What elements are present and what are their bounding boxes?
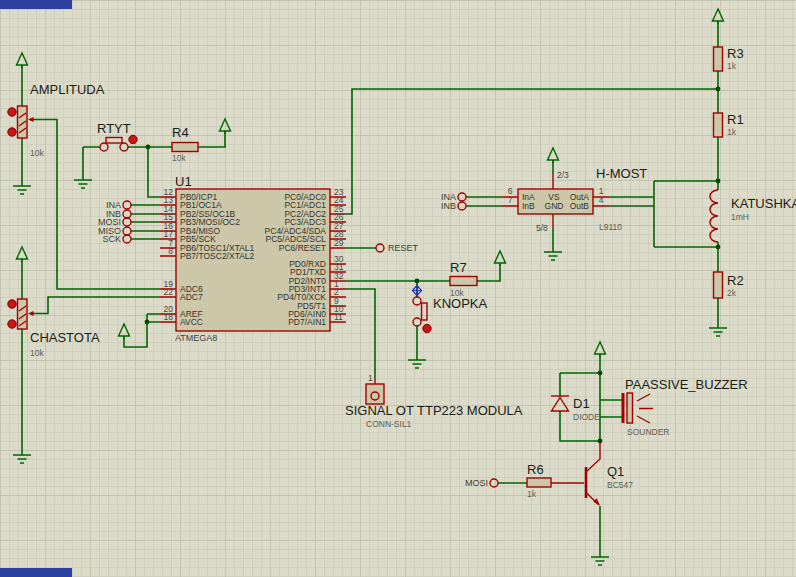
pot-increase-handle[interactable] bbox=[8, 300, 16, 308]
resistor-ref: R6 bbox=[527, 462, 544, 477]
terminal-circle[interactable] bbox=[458, 202, 466, 210]
terminals-left[interactable]: INA INB MOSI MISO SCK bbox=[98, 200, 131, 244]
resistor-body[interactable] bbox=[714, 113, 723, 137]
buzzer-plate-small[interactable] bbox=[622, 393, 625, 423]
power-arrows[interactable] bbox=[17, 9, 724, 357]
resistor-ref: R2 bbox=[727, 273, 744, 288]
terminal-circle[interactable] bbox=[123, 227, 131, 235]
pot-value: 10k bbox=[30, 148, 44, 158]
terminal-mosi[interactable]: MOSI bbox=[465, 478, 498, 488]
terminal-circle[interactable] bbox=[123, 235, 131, 243]
pin-name: PB7/TOSC2/XTAL2 bbox=[180, 251, 255, 261]
transistor-part: BC547 bbox=[607, 480, 633, 490]
power-arrow[interactable] bbox=[17, 53, 28, 68]
button-actuator[interactable] bbox=[129, 135, 137, 143]
resistor-body[interactable] bbox=[172, 143, 198, 152]
button-cap[interactable] bbox=[106, 138, 122, 144]
terminals-hbridge-input[interactable]: INA INB bbox=[441, 192, 466, 211]
ic-u1-atmega8[interactable]: U1 ATMEGA8 12 13 14 15 16 17 7 8 19 22 2… bbox=[160, 174, 346, 343]
buzzer-label: PAASSIVE_BUZZER bbox=[625, 377, 748, 392]
connector-pin-number: 1 bbox=[368, 373, 373, 383]
pot-wiper-arrow bbox=[28, 311, 34, 316]
inductor-coil[interactable] bbox=[710, 190, 718, 242]
button-terminal[interactable] bbox=[413, 297, 421, 305]
terminal-label: INB bbox=[441, 201, 456, 211]
terminal-label: RESET bbox=[388, 243, 419, 253]
connector-body[interactable] bbox=[366, 384, 384, 404]
resistor-body[interactable] bbox=[714, 272, 723, 298]
node-marker[interactable] bbox=[413, 286, 422, 296]
resistor-ref: R1 bbox=[727, 112, 744, 127]
pin-number: 8 bbox=[168, 246, 173, 256]
resistor-value: 1k bbox=[727, 127, 737, 137]
power-arrow[interactable] bbox=[17, 247, 28, 262]
button-actuator[interactable] bbox=[423, 324, 431, 332]
inductor-value: 1mH bbox=[731, 212, 749, 222]
pin-name: GND bbox=[545, 201, 564, 211]
connector-part: CONN-SIL1 bbox=[366, 419, 412, 429]
junction-dot bbox=[146, 145, 151, 150]
diode-part: DIODE bbox=[573, 412, 600, 422]
ic-ref: U1 bbox=[175, 174, 192, 189]
terminal-circle[interactable] bbox=[458, 193, 466, 201]
pin-number: 5/8 bbox=[536, 223, 548, 233]
button-knopka[interactable]: KNOPKA bbox=[413, 296, 488, 333]
button-label: KNOPKA bbox=[433, 296, 488, 311]
power-arrow[interactable] bbox=[548, 148, 559, 163]
node-marker-diamond bbox=[413, 286, 422, 296]
schematic-svg: AMPLITUDA 10k CHASTOTA 10k RTYT R4 10k bbox=[0, 0, 796, 577]
terminal-circle[interactable] bbox=[376, 244, 384, 252]
power-arrow[interactable] bbox=[595, 342, 606, 357]
resistor-r1[interactable]: R1 1k bbox=[714, 112, 744, 137]
pin-name: AVCC bbox=[180, 317, 203, 327]
resistor-r7[interactable]: R7 10k bbox=[450, 260, 477, 298]
button-label: RTYT bbox=[97, 121, 131, 136]
junction-dot bbox=[716, 179, 721, 184]
resistor-ref: R7 bbox=[450, 260, 467, 275]
button-terminal[interactable] bbox=[100, 143, 108, 151]
button-terminal[interactable] bbox=[413, 318, 421, 326]
terminal-reset[interactable]: RESET bbox=[376, 243, 419, 253]
buzzer-sounder[interactable]: PAASSIVE_BUZZER SOUNDER bbox=[622, 377, 748, 437]
transistor-q1[interactable]: Q1 BC547 bbox=[551, 441, 633, 506]
pin-number: 29 bbox=[334, 238, 344, 248]
pin-number: 4 bbox=[599, 195, 604, 205]
pin-number: 18 bbox=[164, 312, 174, 322]
resistor-r3[interactable]: R3 1k bbox=[714, 46, 744, 71]
pin-number: 2/3 bbox=[557, 170, 569, 180]
power-arrow[interactable] bbox=[713, 9, 724, 24]
pin-name: PD7/AIN1 bbox=[288, 317, 326, 327]
resistor-r4[interactable]: R4 10k bbox=[172, 125, 198, 163]
buzzer-plate-large[interactable] bbox=[627, 393, 633, 423]
resistor-r6[interactable]: R6 1k bbox=[527, 462, 551, 499]
button-terminal[interactable] bbox=[120, 143, 128, 151]
button-cap[interactable] bbox=[422, 303, 428, 320]
connector-ttp223[interactable]: 1 SIGNAL OT TTP223 MODULA CONN-SIL1 bbox=[345, 373, 523, 429]
terminal-circle[interactable] bbox=[123, 218, 131, 226]
terminal-circle[interactable] bbox=[490, 479, 498, 487]
resistor-value: 10k bbox=[172, 153, 186, 163]
resistor-r2[interactable]: R2 2k bbox=[714, 272, 744, 298]
transistor-emitter-arrow bbox=[593, 498, 600, 505]
inductor-label: KATUSHKA bbox=[731, 196, 796, 211]
diode-d1[interactable]: D1 DIODE bbox=[551, 396, 600, 422]
pot-decrease-handle[interactable] bbox=[8, 128, 16, 136]
inductor-katushka[interactable]: KATUSHKA 1mH bbox=[710, 190, 796, 242]
resistor-body[interactable] bbox=[714, 47, 723, 71]
power-arrow[interactable] bbox=[495, 251, 506, 266]
pot-label: CHASTOTA bbox=[30, 330, 100, 345]
pot-increase-handle[interactable] bbox=[8, 108, 16, 116]
transistor-leads bbox=[587, 441, 601, 505]
resistor-value: 2k bbox=[727, 288, 737, 298]
resistor-body[interactable] bbox=[450, 277, 477, 286]
resistor-ref: R4 bbox=[172, 125, 189, 140]
ic-hmost-l9110[interactable]: InA InB VS GND OutA OutB 6 7 1 4 2/3 5/8… bbox=[502, 166, 647, 233]
junction-dot bbox=[716, 245, 721, 250]
terminal-circle[interactable] bbox=[123, 210, 131, 218]
power-arrow[interactable] bbox=[119, 324, 130, 339]
pot-decrease-handle[interactable] bbox=[8, 320, 16, 328]
terminal-circle[interactable] bbox=[123, 201, 131, 209]
resistor-body[interactable] bbox=[527, 478, 551, 487]
power-arrow[interactable] bbox=[220, 119, 231, 134]
diode-triangle[interactable] bbox=[552, 398, 569, 412]
